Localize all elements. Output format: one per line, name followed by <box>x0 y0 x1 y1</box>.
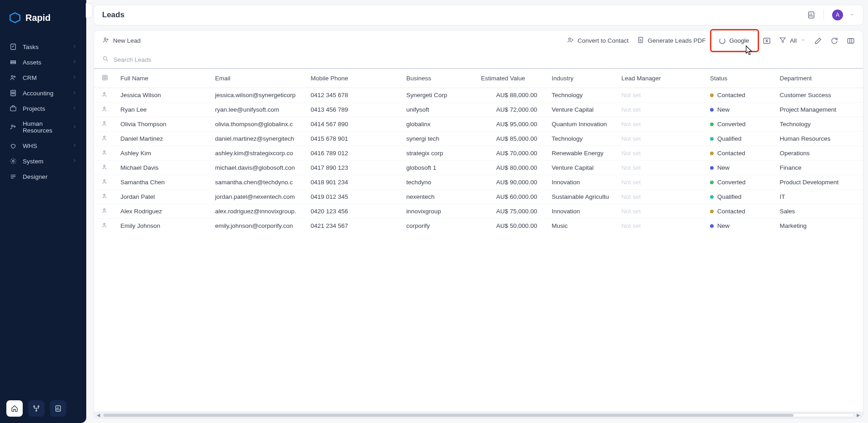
svg-point-11 <box>13 93 13 94</box>
sidebar-item-tasks[interactable]: Tasks <box>4 39 83 54</box>
cell-industry: Innovation <box>547 175 617 190</box>
cell-department: Sales <box>775 204 863 219</box>
cell-industry: Quantum Innovation <box>547 117 617 132</box>
table-row[interactable]: Jessica Wilson jessica.wilson@synergetic… <box>94 88 863 103</box>
row-person-icon <box>94 204 116 219</box>
col-full-name[interactable]: Full Name <box>116 69 210 88</box>
cell-estimated-value: AU$ 85,000.00 <box>476 132 547 146</box>
table-row[interactable]: Ashley Kim ashley.kim@strategixcorp.co 0… <box>94 146 863 161</box>
cell-estimated-value: AU$ 90,000.00 <box>476 175 547 190</box>
table-row[interactable]: Olivia Thompson olivia.thompson@globalin… <box>94 117 863 132</box>
col-mobile[interactable]: Mobile Phone <box>306 69 402 88</box>
nav-label: Tasks <box>23 44 66 50</box>
status-dot-icon <box>710 137 714 141</box>
sidebar-item-crm[interactable]: CRM <box>4 70 83 85</box>
col-industry[interactable]: Industry <box>547 69 617 88</box>
row-person-icon <box>94 88 116 103</box>
col-department[interactable]: Department <box>775 69 863 88</box>
cell-business: Synergeti Corp <box>402 88 477 103</box>
sidebar-item-designer[interactable]: Designer <box>4 169 83 184</box>
cell-business: globosoft 1 <box>402 161 477 175</box>
cell-department: Finance <box>775 161 863 175</box>
columns-icon[interactable] <box>847 37 855 45</box>
col-estimated-value[interactable]: Estimated Value <box>476 69 547 88</box>
col-business[interactable]: Business <box>402 69 477 88</box>
convert-icon <box>567 36 574 45</box>
svg-point-16 <box>12 160 14 162</box>
table-row[interactable]: Samantha Chen samantha.chen@techdyno.c 0… <box>94 175 863 190</box>
cell-email: emily.johnson@corporify.con <box>211 219 306 233</box>
footer-workflow-button[interactable] <box>28 400 44 417</box>
new-lead-button[interactable]: New Lead <box>102 36 141 45</box>
col-email[interactable]: Email <box>211 69 306 88</box>
table-row[interactable]: Ryan Lee ryan.lee@unifysoft.com 0413 456… <box>94 103 863 117</box>
search-input[interactable] <box>113 56 855 63</box>
cell-business: techdyno <box>402 175 477 190</box>
cell-industry: Sustainable Agricultu <box>547 190 617 204</box>
brand-logo[interactable]: Rapid <box>0 0 86 39</box>
svg-point-5 <box>14 76 15 78</box>
toolbar: New Lead Convert to Contact Generate Lea… <box>94 30 863 51</box>
edit-icon[interactable] <box>814 37 822 45</box>
nav-icon <box>9 173 17 180</box>
cell-mobile: 0419 012 345 <box>306 190 402 204</box>
nav-label: Designer <box>23 173 77 180</box>
cell-status: Converted <box>705 175 775 190</box>
svg-point-7 <box>12 92 12 92</box>
cell-business: unifysoft <box>402 103 477 117</box>
svg-point-9 <box>14 92 15 92</box>
cell-industry: Technology <box>547 88 617 103</box>
convert-to-contact-button[interactable]: Convert to Contact <box>567 36 629 45</box>
svg-point-15 <box>14 126 15 127</box>
footer-report-button[interactable] <box>50 400 66 417</box>
sidebar-collapse-icon[interactable]: ‹ <box>89 6 91 12</box>
table-row[interactable]: Michael Davis michael.davis@globosoft.co… <box>94 161 863 175</box>
col-lead-manager[interactable]: Lead Manager <box>617 69 705 88</box>
avatar[interactable]: A <box>832 10 843 20</box>
row-person-icon <box>94 219 116 233</box>
header-report-icon[interactable] <box>807 11 815 19</box>
svg-point-4 <box>11 75 13 77</box>
brand-mark-icon <box>9 12 21 24</box>
table: Full Name Email Mobile Phone Business Es… <box>94 68 863 418</box>
generate-pdf-button[interactable]: Generate Leads PDF <box>637 36 706 45</box>
cell-department: Marketing <box>775 219 863 233</box>
row-person-icon <box>94 146 116 161</box>
sidebar-item-projects[interactable]: Projects <box>4 101 83 116</box>
google-button[interactable]: Google <box>714 34 755 47</box>
main: Leads A New Lead <box>86 0 868 423</box>
table-body: Jessica Wilson jessica.wilson@synergetic… <box>94 88 863 233</box>
sidebar-item-accounting[interactable]: Accounting <box>4 85 83 101</box>
column-checkbox[interactable] <box>94 69 116 88</box>
avatar-caret-icon[interactable] <box>849 12 855 19</box>
export-excel-icon[interactable] <box>763 37 771 45</box>
cell-estimated-value: AU$ 70,000.00 <box>476 146 547 161</box>
svg-marker-29 <box>780 38 785 42</box>
refresh-icon[interactable] <box>830 37 838 45</box>
cell-mobile: 0420 123 456 <box>306 204 402 219</box>
horizontal-scrollbar[interactable]: ◀ ▶ <box>94 412 863 418</box>
chevron-right-icon <box>72 44 77 50</box>
sidebar-item-human-resources[interactable]: Human Resources <box>4 116 83 138</box>
cell-full-name: Daniel Martinez <box>116 132 210 146</box>
cell-estimated-value: AU$ 75,000.00 <box>476 204 547 219</box>
table-row[interactable]: Daniel Martinez daniel.martinez@synergit… <box>94 132 863 146</box>
cell-department: Project Management <box>775 103 863 117</box>
svg-rect-33 <box>103 75 108 80</box>
footer-home-button[interactable] <box>6 400 23 417</box>
svg-rect-3 <box>11 63 16 64</box>
sidebar-item-assets[interactable]: Assets <box>4 54 83 70</box>
svg-point-40 <box>104 180 105 182</box>
cell-industry: Venture Capital <box>547 103 617 117</box>
table-row[interactable]: Emily Johnson emily.johnson@corporify.co… <box>94 219 863 233</box>
cell-full-name: Alex Rodriguez <box>116 204 210 219</box>
table-row[interactable]: Jordan Patel jordan.patel@nexentech.com … <box>94 190 863 204</box>
table-row[interactable]: Alex Rodriguez alex.rodriguez@innovixgro… <box>94 204 863 219</box>
sidebar-item-system[interactable]: System <box>4 153 83 169</box>
filter-button[interactable]: All <box>779 36 806 45</box>
svg-point-34 <box>104 93 105 94</box>
cell-estimated-value: AU$ 88,000.00 <box>476 88 547 103</box>
sidebar-item-whs[interactable]: WHS <box>4 138 83 153</box>
row-person-icon <box>94 190 116 204</box>
col-status[interactable]: Status <box>705 69 775 88</box>
